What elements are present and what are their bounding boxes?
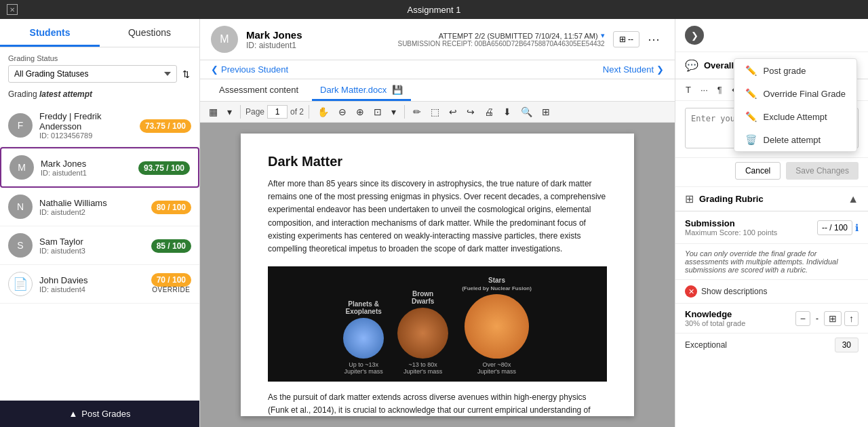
search-button[interactable]: 🔍: [517, 104, 536, 119]
student-item-selected[interactable]: M Mark Jones ID: aistudent1 93.75 / 100: [0, 147, 199, 188]
avatar: 📄: [8, 272, 33, 296]
undo-button[interactable]: ↩: [446, 104, 460, 119]
grading-rubric-header: ⊞ Grading Rubric ▲: [675, 187, 868, 211]
tab-dark-matter[interactable]: Dark Matter.docx 💾: [312, 79, 411, 101]
content-area: M Mark Jones ID: aistudent1 ATTEMPT 2/2 …: [200, 19, 675, 427]
dropdown-override-final-grade[interactable]: ✏️ Override Final Grade: [734, 82, 856, 105]
fit-dropdown-button[interactable]: ▾: [388, 104, 399, 119]
navigation-bar: ❮ Previous Student Next Student ❯: [200, 60, 675, 79]
delete-icon: 🗑️: [745, 134, 757, 145]
student-header-id: ID: aistudent1: [246, 41, 389, 50]
rubric-info-button[interactable]: ℹ: [855, 222, 859, 233]
sidebar: Students Questions Grading Status All Gr…: [0, 19, 200, 427]
grading-latest-emphasis: latest attempt: [39, 89, 92, 99]
select-text-button[interactable]: ⬚: [427, 104, 443, 119]
annotate-button[interactable]: ✏: [410, 104, 425, 119]
student-item[interactable]: F Freddy | Fredrik Andersson ID: 0123456…: [0, 104, 199, 147]
post-grades-label: Post Grades: [81, 409, 130, 419]
sort-button[interactable]: ⇅: [181, 68, 191, 81]
knowledge-grade: 30% of total grade: [685, 319, 745, 327]
toolbar-divider: [309, 105, 309, 119]
title-bar: ✕ Assignment 1: [0, 0, 868, 19]
student-header-avatar: M: [211, 26, 238, 53]
score-add-row-button[interactable]: ⊞: [824, 311, 842, 326]
grid-button[interactable]: ⊞: [538, 104, 553, 119]
student-header: M Mark Jones ID: aistudent1 ATTEMPT 2/2 …: [200, 19, 675, 60]
print-button[interactable]: 🖨: [481, 104, 497, 119]
tab-students[interactable]: Students: [0, 19, 100, 47]
zoom-in-button[interactable]: ⊕: [353, 104, 368, 119]
score-minus-button[interactable]: −: [795, 311, 810, 326]
show-descriptions-button[interactable]: Show descriptions: [701, 287, 767, 296]
attempt-text: ATTEMPT 2/2 (SUBMITTED 7/10/24, 11:57 AM…: [439, 32, 598, 40]
student-item[interactable]: 📄 John Davies ID: aistudent4 70 / 100 OV…: [0, 265, 199, 304]
score-up-button[interactable]: ↑: [844, 311, 859, 326]
exceptional-label: Exceptional: [685, 340, 727, 350]
student-name: Mark Jones: [41, 159, 132, 169]
avatar: N: [8, 195, 33, 219]
post-grades-button[interactable]: ▲ Post Grades: [0, 401, 199, 427]
avatar: S: [8, 233, 33, 258]
student-name: Freddy | Fredrik Andersson: [39, 111, 133, 131]
knowledge-title: Knowledge: [685, 309, 745, 319]
dropdown-exclude-attempt[interactable]: ✏️ Exclude Attempt: [734, 105, 856, 128]
rubric-submission-label: Submission: [685, 218, 777, 228]
score-badge: 85 / 100: [151, 239, 191, 253]
exclude-label: Exclude Attempt: [764, 112, 827, 122]
collapse-rubric-button[interactable]: ▲: [848, 193, 859, 205]
toolbar-divider: [404, 105, 405, 119]
student-name: Nathalie Williams: [39, 198, 144, 208]
prev-student-button[interactable]: ❮ Previous Student: [211, 64, 288, 75]
student-id: ID: aistudent1: [41, 169, 132, 177]
pdf-toolbar: ▦ ▾ Page of 2 ✋ ⊖ ⊕ ⊡ ▾ ✏ ⬚ ↩ ↪ 🖨 ⬇ 🔍: [200, 102, 675, 123]
dropdown-delete-attempt[interactable]: 🗑️ Delete attempt: [734, 128, 856, 151]
next-student-button[interactable]: Next Student ❯: [603, 64, 664, 75]
text-format-button[interactable]: T: [682, 83, 694, 96]
grading-status-select[interactable]: All Grading Statuses: [8, 65, 177, 83]
page-input[interactable]: [267, 105, 288, 119]
attempt-dropdown-button[interactable]: ▾: [601, 31, 605, 40]
panel-nav-arrow[interactable]: ❯: [685, 26, 704, 45]
redo-button[interactable]: ↪: [463, 104, 478, 119]
cancel-button[interactable]: Cancel: [735, 162, 781, 180]
score-badge: 70 / 100: [151, 273, 191, 287]
delete-label: Delete attempt: [764, 135, 821, 145]
post-grade-icon: ✏️: [745, 65, 757, 76]
knowledge-score: -: [813, 312, 821, 325]
tab-assessment-content[interactable]: Assessment content: [211, 79, 307, 101]
student-item[interactable]: S Sam Taylor ID: aistudent3 85 / 100: [0, 226, 199, 265]
override-label: OVERRIDE: [151, 286, 191, 293]
grid-view-button[interactable]: ⊞ --: [613, 31, 639, 47]
exclude-icon: ✏️: [745, 111, 757, 122]
pdf-body-2: As the pursuit of dark matter extends ac…: [268, 391, 607, 417]
student-item[interactable]: N Nathalie Williams ID: aistudent2 80 / …: [0, 188, 199, 226]
feedback-icon: 💬: [685, 59, 698, 72]
score-badge: 93.75 / 100: [138, 161, 190, 175]
pdf-page: Dark Matter After more than 85 years sin…: [241, 134, 634, 416]
grading-status-section: Grading Status All Grading Statuses ⇅: [0, 47, 199, 87]
x-icon: ✕: [685, 285, 697, 298]
fit-page-button[interactable]: ⊡: [370, 104, 385, 119]
rubric-icon: ⊞: [685, 192, 694, 205]
more-options-button[interactable]: ⋯: [644, 32, 664, 47]
rubric-submission-section: Submission Maximum Score: 100 points -- …: [675, 211, 868, 244]
student-id: ID: aistudent4: [39, 285, 144, 293]
columns-view-button[interactable]: ▦: [205, 104, 221, 119]
rubric-max-score: Maximum Score: 100 points: [685, 228, 777, 237]
page-of-label: of 2: [290, 107, 304, 117]
close-button[interactable]: ✕: [7, 4, 18, 15]
zoom-out-button[interactable]: ⊖: [335, 104, 350, 119]
toolbar-divider: [240, 105, 241, 119]
dm-circle-medium: [397, 308, 448, 359]
sidebar-tabs: Students Questions: [0, 19, 199, 47]
chevron-left-icon: ❮: [211, 64, 218, 75]
avatar: F: [8, 113, 33, 138]
columns-dropdown-button[interactable]: ▾: [224, 104, 235, 119]
paragraph-button[interactable]: ¶: [714, 83, 726, 96]
dropdown-post-grade[interactable]: ✏️ Post grade: [734, 59, 856, 82]
save-changes-button[interactable]: Save Changes: [786, 162, 859, 180]
tab-questions[interactable]: Questions: [100, 19, 199, 47]
download-button[interactable]: ⬇: [500, 104, 515, 119]
more-text-options-button[interactable]: ···: [697, 83, 711, 96]
hand-tool-button[interactable]: ✋: [314, 104, 332, 119]
